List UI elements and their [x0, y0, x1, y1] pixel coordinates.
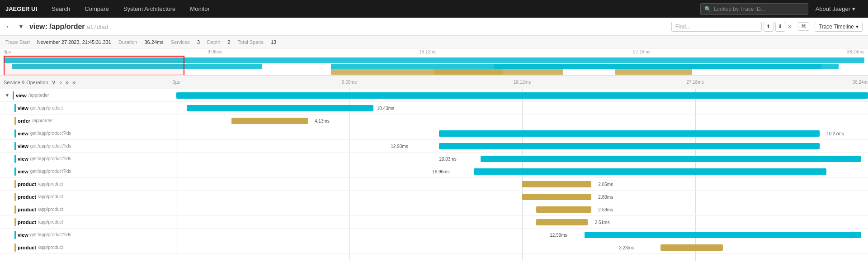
gantt-label-8: 2.83ms: [598, 194, 613, 199]
gantt-row-11[interactable]: 12.99ms: [176, 229, 868, 241]
gantt-row-10[interactable]: 2.51ms: [176, 216, 868, 229]
span-row-7[interactable]: product /app/product: [0, 178, 176, 191]
gantt-bar-3: [439, 130, 820, 137]
brand-logo: JAEGER UI: [5, 5, 44, 12]
services-label: Services: [171, 39, 190, 45]
total-spans-label: Total Spans: [237, 39, 263, 45]
gantt-bar-1: [187, 105, 373, 111]
span-service-0: view: [16, 93, 27, 98]
span-row-4[interactable]: view get:/app/product?ids: [0, 140, 176, 153]
nav-system-architecture[interactable]: System Architecture: [116, 0, 183, 18]
span-color-bar-6: [14, 167, 16, 176]
mini-bars-area: [4, 56, 864, 76]
service-op-label: Service & Operation: [4, 80, 48, 85]
gantt-row-6[interactable]: 16.96ms: [176, 165, 868, 178]
span-service-1: view: [18, 105, 28, 111]
span-row-2[interactable]: order /app/order: [0, 115, 176, 127]
about-jaeger-menu[interactable]: About Jaeger ▾: [808, 5, 863, 12]
nav-compare[interactable]: Compare: [77, 0, 116, 18]
span-color-bar-3: [14, 129, 16, 138]
gantt-row-3[interactable]: 10.27ms: [176, 127, 868, 140]
gantt-row-0[interactable]: [176, 89, 868, 102]
depth-value: 2: [227, 39, 230, 45]
collapse-all-button[interactable]: ∨: [52, 79, 56, 86]
span-service-8: product: [18, 194, 36, 200]
ruler-tick-4: 36.24ms: [853, 80, 868, 85]
gantt-bar-2: [231, 118, 307, 124]
gantt-row-12[interactable]: 3.23ms: [176, 241, 868, 254]
gantt-label-6-pre: 16.96ms: [432, 169, 449, 174]
span-row-3[interactable]: view get:/app/product?ids: [0, 127, 176, 140]
duration-label: Duration: [118, 39, 137, 45]
view-toggle-button[interactable]: Trace Timeline ▾: [815, 22, 863, 32]
find-controls: ⬆ ⬇ ✕: [671, 22, 793, 32]
span-operation-8: /app/product: [38, 194, 63, 199]
trace-content: ▼ view /app/order view get:/app/product …: [0, 89, 868, 261]
span-operation-4: get:/app/product?ids: [30, 143, 71, 148]
mini-timeline[interactable]: 0µs 9.06ms 18.12ms 27.18ms 36.24ms: [0, 48, 868, 76]
span-color-bar-9: [14, 205, 16, 214]
gantt-label-3: 10.27ms: [826, 131, 844, 136]
gantt-row-2[interactable]: 4.13ms: [176, 115, 868, 127]
trace-id-input[interactable]: [714, 6, 804, 12]
gantt-row-5[interactable]: 20.03ms: [176, 153, 868, 165]
span-row-8[interactable]: product /app/product: [0, 191, 176, 203]
keyboard-shortcut-button[interactable]: ⌘: [798, 22, 809, 31]
gantt-bar-6: [474, 168, 826, 175]
trace-start-label: Trace Start: [5, 39, 30, 45]
span-operation-3: get:/app/product?ids: [30, 131, 71, 136]
span-operation-5: get:/app/product?ids: [30, 156, 71, 161]
gantt-row-1[interactable]: 10.43ms: [176, 102, 868, 115]
gantt-label-11-pre: 12.99ms: [550, 232, 567, 237]
find-next-button[interactable]: ⬇: [775, 22, 785, 32]
find-close-button[interactable]: ✕: [787, 23, 793, 30]
gantt-bar-10: [536, 219, 588, 225]
span-row-5[interactable]: view get:/app/product?ids: [0, 153, 176, 165]
top-navigation: JAEGER UI Search Compare System Architec…: [0, 0, 868, 18]
span-row-9[interactable]: product /app/product: [0, 203, 176, 216]
expand-one-button[interactable]: ›: [60, 79, 61, 86]
span-list-panel: ▼ view /app/order view get:/app/product …: [0, 89, 176, 261]
span-row-12[interactable]: product /app/product: [0, 241, 176, 254]
expand-all-button[interactable]: »: [66, 79, 69, 86]
expand-more-button[interactable]: »: [72, 79, 75, 86]
span-color-bar-4: [14, 142, 16, 150]
span-row-10[interactable]: product /app/product: [0, 216, 176, 229]
trace-collapse-toggle[interactable]: ▼: [18, 23, 24, 30]
span-row-0[interactable]: ▼ view /app/order: [0, 89, 176, 102]
span-row-11[interactable]: view get:/app/product?ids: [0, 229, 176, 241]
gantt-bar-4: [439, 143, 820, 149]
gantt-bar-7: [522, 181, 591, 187]
trace-lookup-search[interactable]: 🔍: [700, 3, 808, 15]
mini-viewport-selector[interactable]: [4, 56, 184, 76]
back-button[interactable]: ←: [5, 23, 13, 31]
nav-search[interactable]: Search: [44, 0, 77, 18]
span-color-bar-7: [14, 180, 16, 188]
find-prev-button[interactable]: ⬆: [764, 22, 774, 32]
span-color-bar-8: [14, 193, 16, 201]
mini-tick-1: 9.06ms: [208, 49, 222, 55]
gantt-row-4[interactable]: 12.93ms: [176, 140, 868, 153]
find-input[interactable]: [671, 22, 762, 32]
span-row-6[interactable]: view get:/app/product?ids: [0, 165, 176, 178]
gantt-row-8[interactable]: 2.83ms: [176, 191, 868, 203]
span-operation-11: get:/app/product?ids: [30, 232, 71, 237]
gantt-row-7[interactable]: 2.85ms: [176, 178, 868, 191]
nav-monitor[interactable]: Monitor: [183, 0, 217, 18]
span-service-5: view: [18, 156, 28, 162]
span-operation-6: get:/app/product?ids: [30, 169, 71, 174]
total-spans-value: 13: [271, 39, 276, 45]
gantt-bar-12: [660, 244, 723, 251]
chevron-down-icon: ▾: [852, 5, 855, 12]
gantt-row-9[interactable]: 2.59ms: [176, 203, 868, 216]
mini-time-labels: 0µs 9.06ms 18.12ms 27.18ms 36.24ms: [0, 48, 868, 56]
span-operation-9: /app/product: [38, 207, 63, 212]
span-row-1[interactable]: view get:/app/product: [0, 102, 176, 115]
mini-bar: [434, 69, 563, 75]
span-service-11: view: [18, 232, 28, 238]
ruler-tick-3: 27.18ms: [686, 80, 703, 85]
gantt-label-12-pre: 3.23ms: [619, 245, 634, 250]
span-color-bar-5: [14, 155, 16, 163]
span-color-bar-10: [14, 218, 16, 226]
span-toggle-0[interactable]: ▼: [4, 92, 11, 99]
